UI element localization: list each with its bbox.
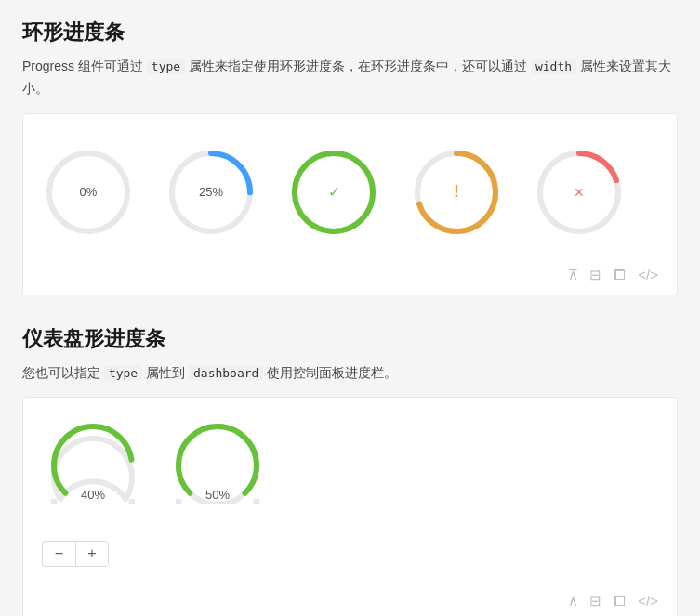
desc-text1: Progress 组件可通过 [22,59,147,73]
circle-exception: ✕ [533,146,626,239]
circle-exception-icon: ✕ [574,185,585,200]
type-code2: type [104,365,142,381]
type-code1: type [147,59,185,74]
desc-text2: 属性来指定使用环形进度条，在环形进度条中，还可以通过 [185,59,531,73]
circular-demo-box: 0% 25% ✓ [22,113,678,295]
dashboard-section: 仪表盘形进度条 您也可以指定 type 属性到 dashboard 使用控制面板… [22,325,678,616]
circle-warning-icon: ! [454,182,459,202]
circular-section: 环形进度条 Progress 组件可通过 type 属性来指定使用环形进度条，在… [22,19,678,295]
icon-code-snippet[interactable]: ⊟ [589,267,601,283]
circle-success: ✓ [287,146,380,239]
dash-controls: − + [42,541,109,567]
circle-25-label: 25% [199,185,223,199]
circular-demo-content: 0% 25% ✓ [42,137,658,248]
dashboard-demo-box: 40% 50% − + ⊼ ⊟ ⧠ < [22,397,678,616]
icon-source2[interactable]: </> [638,593,658,609]
dash-40: 40% [42,420,144,504]
dashboard-code: dashboard [189,365,263,381]
icon-source[interactable]: </> [638,267,658,283]
dashboard-desc: 您也可以指定 type 属性到 dashboard 使用控制面板进度栏。 [22,362,678,385]
dashboard-demo-footer: ⊼ ⊟ ⧠ </> [42,582,658,609]
dash-desc-text2: 属性到 [142,365,189,380]
increment-button[interactable]: + [75,541,109,567]
icon-copy2[interactable]: ⧠ [613,593,627,609]
circular-demo-footer: ⊼ ⊟ ⧠ </> [42,256,658,283]
dash-50: 50% [166,420,269,504]
dashboard-demo-content: 40% 50% − + [42,420,658,574]
circle-0-label: 0% [80,185,98,199]
circle-warning: ! [410,146,503,239]
dash-desc-text3: 使用控制面板进度栏。 [263,365,397,380]
circle-success-icon: ✓ [328,183,340,201]
icon-snippet2[interactable]: ⊟ [589,593,601,609]
dash-40-label: 40% [81,488,105,502]
width-code: width [531,59,576,74]
circle-25: 25% [165,146,258,239]
circular-title: 环形进度条 [22,19,678,46]
circular-desc: Progress 组件可通过 type 属性来指定使用环形进度条，在环形进度条中… [22,56,678,100]
circle-0: 0% [42,146,135,239]
icon-copy[interactable]: ⧠ [613,267,627,283]
dash-desc-text1: 您也可以指定 [22,365,104,380]
dash-50-label: 50% [205,488,230,502]
dashboard-title: 仪表盘形进度条 [22,325,678,353]
decrement-button[interactable]: − [42,541,75,567]
icon-paint2[interactable]: ⊼ [568,593,578,609]
icon-paint[interactable]: ⊼ [568,267,578,283]
